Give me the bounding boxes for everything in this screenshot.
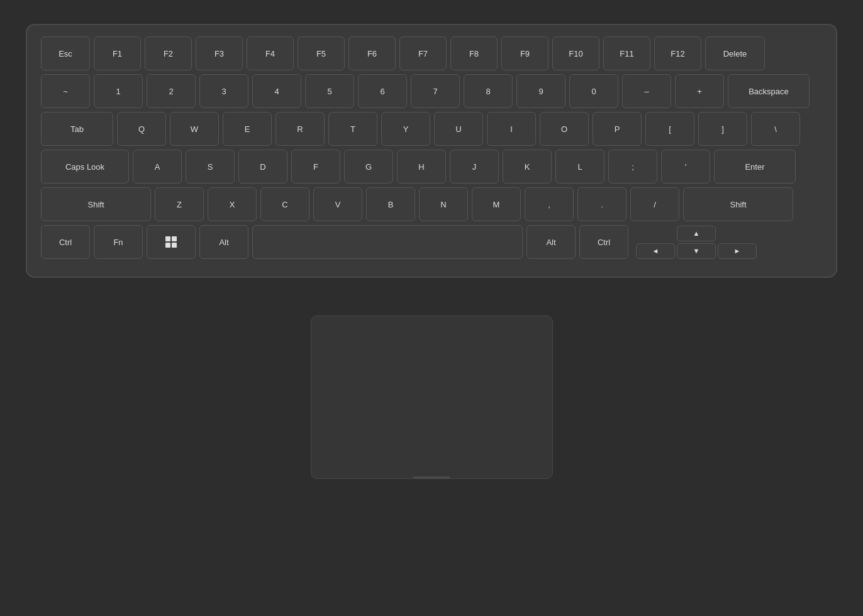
key-comma[interactable]: , [525, 187, 574, 221]
key-delete[interactable]: Delete [705, 36, 765, 70]
key-t[interactable]: T [328, 112, 377, 146]
key-7[interactable]: 7 [411, 74, 460, 108]
key-w[interactable]: W [170, 112, 219, 146]
key-r[interactable]: R [276, 112, 325, 146]
key-quote[interactable]: ' [661, 150, 710, 184]
key-u[interactable]: U [434, 112, 483, 146]
asdf-key-row: Caps Look A S D F G H J K L ; ' Enter [41, 150, 822, 184]
key-x[interactable]: X [208, 187, 257, 221]
key-5[interactable]: 5 [305, 74, 354, 108]
key-b[interactable]: B [366, 187, 415, 221]
key-g[interactable]: G [344, 150, 393, 184]
key-space[interactable] [252, 225, 523, 259]
qwerty-key-row: Tab Q W E R T Y U I O P [ ] \ [41, 112, 822, 146]
key-e[interactable]: E [223, 112, 272, 146]
key-ctrl-left[interactable]: Ctrl [41, 225, 90, 259]
number-key-row: ~ 1 2 3 4 5 6 7 8 9 0 – + Backspace [41, 74, 822, 108]
key-p[interactable]: P [593, 112, 642, 146]
key-f7[interactable]: F7 [399, 36, 447, 70]
arrow-top-row: ▲ [636, 226, 757, 241]
key-q[interactable]: Q [117, 112, 166, 146]
key-f9[interactable]: F9 [501, 36, 548, 70]
key-period[interactable]: . [577, 187, 626, 221]
key-a[interactable]: A [133, 150, 182, 184]
trackpad[interactable] [311, 316, 553, 479]
key-o[interactable]: O [540, 112, 589, 146]
key-y[interactable]: Y [381, 112, 430, 146]
key-n[interactable]: N [419, 187, 468, 221]
trackpad-wrapper [0, 316, 863, 479]
key-arrow-down[interactable]: ▼ [677, 243, 716, 259]
key-backspace[interactable]: Backspace [728, 74, 810, 108]
key-8[interactable]: 8 [464, 74, 513, 108]
key-f1[interactable]: F1 [94, 36, 141, 70]
key-win[interactable] [147, 225, 196, 259]
key-rbracket[interactable]: ] [698, 112, 747, 146]
arrow-key-cluster: ▲ ◄ ▼ ► [636, 226, 757, 259]
key-shift-left[interactable]: Shift [41, 187, 151, 221]
key-l[interactable]: L [555, 150, 604, 184]
key-arrow-right[interactable]: ► [718, 243, 757, 259]
bottom-key-row: Ctrl Fn Alt Alt Ctrl ▲ ◄ ▼ ► [41, 225, 822, 259]
key-j[interactable]: J [450, 150, 499, 184]
key-alt-left[interactable]: Alt [199, 225, 248, 259]
key-z[interactable]: Z [155, 187, 204, 221]
key-c[interactable]: C [260, 187, 309, 221]
key-ctrl-right[interactable]: Ctrl [579, 225, 628, 259]
key-tilde[interactable]: ~ [41, 74, 90, 108]
key-2[interactable]: 2 [147, 74, 196, 108]
key-9[interactable]: 9 [516, 74, 565, 108]
key-f11[interactable]: F11 [603, 36, 650, 70]
key-6[interactable]: 6 [358, 74, 407, 108]
key-d[interactable]: D [238, 150, 287, 184]
key-plus[interactable]: + [675, 74, 724, 108]
key-fn[interactable]: Fn [94, 225, 143, 259]
key-f10[interactable]: F10 [552, 36, 599, 70]
key-arrow-left[interactable]: ◄ [636, 243, 675, 259]
key-i[interactable]: I [487, 112, 536, 146]
key-enter[interactable]: Enter [714, 150, 796, 184]
key-f4[interactable]: F4 [247, 36, 294, 70]
key-s[interactable]: S [186, 150, 235, 184]
key-shift-right[interactable]: Shift [683, 187, 793, 221]
key-lbracket[interactable]: [ [645, 112, 694, 146]
keyboard: Esc F1 F2 F3 F4 F5 F6 F7 F8 F9 F10 F11 F… [26, 24, 837, 278]
key-slash[interactable]: / [630, 187, 679, 221]
key-arrow-up[interactable]: ▲ [677, 226, 716, 241]
key-1[interactable]: 1 [94, 74, 143, 108]
key-backslash[interactable]: \ [751, 112, 800, 146]
windows-icon [165, 236, 177, 248]
key-v[interactable]: V [313, 187, 362, 221]
key-f6[interactable]: F6 [348, 36, 396, 70]
key-0[interactable]: 0 [569, 74, 618, 108]
key-f2[interactable]: F2 [145, 36, 192, 70]
key-semicolon[interactable]: ; [608, 150, 657, 184]
key-f[interactable]: F [291, 150, 340, 184]
key-alt-right[interactable]: Alt [526, 225, 576, 259]
function-key-row: Esc F1 F2 F3 F4 F5 F6 F7 F8 F9 F10 F11 F… [41, 36, 822, 70]
key-f8[interactable]: F8 [450, 36, 498, 70]
key-caps-lock[interactable]: Caps Look [41, 150, 129, 184]
key-k[interactable]: K [503, 150, 552, 184]
key-m[interactable]: M [472, 187, 521, 221]
key-f12[interactable]: F12 [654, 36, 701, 70]
key-tab[interactable]: Tab [41, 112, 113, 146]
key-f5[interactable]: F5 [298, 36, 345, 70]
key-3[interactable]: 3 [199, 74, 248, 108]
arrow-bottom-row: ◄ ▼ ► [636, 243, 757, 259]
key-h[interactable]: H [397, 150, 446, 184]
key-minus[interactable]: – [622, 74, 671, 108]
key-4[interactable]: 4 [252, 74, 301, 108]
zxcv-key-row: Shift Z X C V B N M , . / Shift [41, 187, 822, 221]
key-f3[interactable]: F3 [196, 36, 243, 70]
trackpad-line [413, 476, 450, 478]
key-esc[interactable]: Esc [41, 36, 90, 70]
